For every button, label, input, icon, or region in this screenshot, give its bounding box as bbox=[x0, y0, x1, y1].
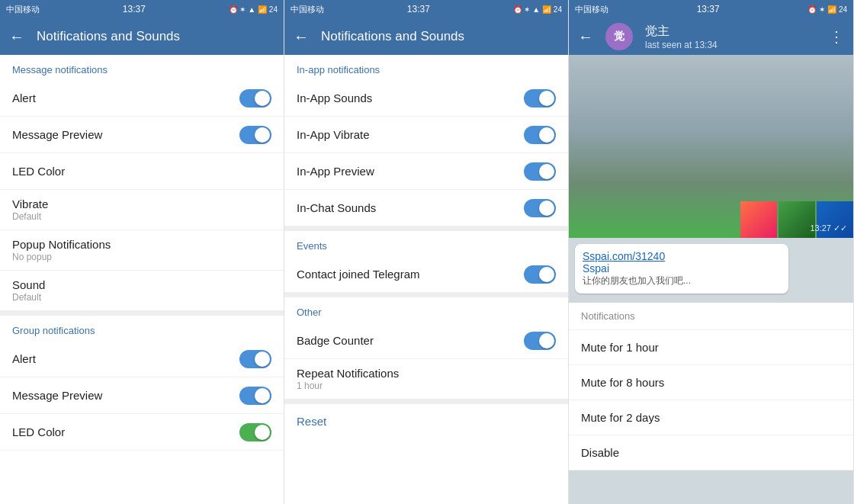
panel-2: 中国移动 13:37 ⏰ ✶ ▲ 📶 24 ← Notifications an… bbox=[284, 0, 569, 504]
repeat-notifications-sublabel: 1 hour bbox=[297, 380, 556, 391]
back-button-2[interactable]: ← bbox=[294, 28, 309, 46]
row-inapp-vibrate: In-App Vibrate bbox=[284, 117, 568, 153]
vibrate-label: Vibrate bbox=[12, 197, 271, 210]
contact-info: 觉主 last seen at 13:34 bbox=[645, 24, 817, 50]
status-bar-3: 中国移动 13:37 ⏰ ✶ 📶 24 bbox=[569, 0, 853, 18]
section-header-other: Other bbox=[284, 297, 568, 323]
toolbar-1: ← Notifications and Sounds bbox=[0, 18, 284, 55]
row-message-preview: Message Preview bbox=[0, 117, 284, 153]
toolbar-title-1: Notifications and Sounds bbox=[37, 29, 180, 44]
mute-8-hours[interactable]: Mute for 8 hours bbox=[569, 365, 853, 400]
toolbar-2: ← Notifications and Sounds bbox=[284, 18, 568, 55]
sound-sublabel: Default bbox=[12, 292, 271, 303]
carrier-1: 中国移动 bbox=[6, 4, 40, 15]
more-button[interactable]: ⋮ bbox=[829, 27, 844, 46]
alert-toggle[interactable] bbox=[239, 89, 271, 108]
led-color-label: LED Color bbox=[12, 165, 271, 178]
row-badge-counter: Badge Counter bbox=[284, 323, 568, 359]
time-3: 13:37 bbox=[697, 4, 720, 14]
row-group-message-preview: Message Preview bbox=[0, 377, 284, 414]
group-led-toggle[interactable] bbox=[239, 423, 271, 441]
contact-status: last seen at 13:34 bbox=[645, 40, 817, 50]
section-header-message: Message notifications bbox=[0, 55, 284, 80]
row-inchat-sounds: In-Chat Sounds bbox=[284, 190, 568, 226]
inapp-preview-label: In-App Preview bbox=[297, 165, 524, 178]
back-button-3[interactable]: ← bbox=[578, 28, 593, 46]
chat-site-name: Sspai bbox=[583, 262, 781, 274]
chat-preview: 让你的朋友也加入我们吧... bbox=[583, 274, 781, 287]
chat-timestamp: 13:27 ✓✓ bbox=[810, 223, 847, 233]
contact-name: 觉主 bbox=[645, 24, 817, 40]
row-vibrate[interactable]: Vibrate Default bbox=[0, 190, 284, 230]
row-repeat-notifications[interactable]: Repeat Notifications 1 hour bbox=[284, 359, 568, 400]
row-inapp-sounds: In-App Sounds bbox=[284, 80, 568, 117]
toolbar-title-2: Notifications and Sounds bbox=[321, 29, 464, 44]
inchat-sounds-label: In-Chat Sounds bbox=[297, 201, 524, 214]
row-group-led: LED Color bbox=[0, 414, 284, 451]
status-icons-3: ⏰ ✶ 📶 24 bbox=[807, 5, 847, 14]
badge-counter-toggle[interactable] bbox=[524, 332, 556, 350]
inchat-sounds-toggle[interactable] bbox=[524, 199, 556, 217]
chat-image: 13:27 ✓✓ bbox=[569, 55, 853, 238]
alert-label: Alert bbox=[12, 91, 239, 104]
carrier-2: 中国移动 bbox=[291, 4, 324, 15]
thumb-1 bbox=[740, 201, 777, 238]
row-popup[interactable]: Popup Notifications No popup bbox=[0, 230, 284, 271]
message-preview-toggle[interactable] bbox=[239, 126, 271, 144]
back-button-1[interactable]: ← bbox=[9, 28, 24, 46]
chat-bubble: Sspai.com/31240 Sspai 让你的朋友也加入我们吧... bbox=[575, 244, 788, 294]
panel2-content: In-app notifications In-App Sounds In-Ap… bbox=[284, 55, 568, 504]
mute-2-days[interactable]: Mute for 2 days bbox=[569, 400, 853, 435]
reset-row[interactable]: Reset bbox=[284, 404, 568, 438]
popup-label: Popup Notifications bbox=[12, 238, 271, 251]
status-bar-1: 中国移动 13:37 ⏰ ✶ ▲ 📶 24 bbox=[0, 0, 284, 18]
panel-1: 中国移动 13:37 ⏰ ✶ ▲ 📶 24 ← Notifications an… bbox=[0, 0, 284, 504]
context-menu-header: Notifications bbox=[569, 303, 853, 330]
panel1-content: Message notifications Alert Message Prev… bbox=[0, 55, 284, 504]
chat-bubble-area: Sspai.com/31240 Sspai 让你的朋友也加入我们吧... bbox=[569, 238, 853, 300]
status-bar-2: 中国移动 13:37 ⏰ ✶ ▲ 📶 24 bbox=[284, 0, 568, 18]
row-led-color[interactable]: LED Color bbox=[0, 153, 284, 190]
group-message-preview-toggle[interactable] bbox=[239, 387, 271, 405]
chat-content: 13:27 ✓✓ Sspai.com/31240 Sspai 让你的朋友也加入我… bbox=[569, 55, 853, 504]
inapp-sounds-toggle[interactable] bbox=[524, 89, 556, 108]
group-led-label: LED Color bbox=[12, 425, 239, 438]
panel-3: 中国移动 13:37 ⏰ ✶ 📶 24 ← 觉 觉主 last seen at … bbox=[569, 0, 854, 504]
row-group-alert: Alert bbox=[0, 341, 284, 377]
section-header-inapp: In-app notifications bbox=[284, 55, 568, 80]
avatar: 觉 bbox=[605, 23, 633, 50]
group-message-preview-label: Message Preview bbox=[12, 389, 239, 402]
popup-sublabel: No popup bbox=[12, 252, 271, 262]
chat-link[interactable]: Sspai.com/31240 bbox=[583, 250, 781, 262]
row-inapp-preview: In-App Preview bbox=[284, 153, 568, 190]
carrier-3: 中国移动 bbox=[575, 4, 608, 15]
sound-label: Sound bbox=[12, 278, 271, 291]
disable-notifications[interactable]: Disable bbox=[569, 435, 853, 470]
badge-counter-label: Badge Counter bbox=[297, 334, 524, 347]
contact-joined-label: Contact joined Telegram bbox=[297, 268, 524, 281]
inapp-vibrate-toggle[interactable] bbox=[524, 126, 556, 144]
row-contact-joined: Contact joined Telegram bbox=[284, 256, 568, 293]
row-alert: Alert bbox=[0, 80, 284, 117]
time-1: 13:37 bbox=[123, 4, 146, 14]
row-sound[interactable]: Sound Default bbox=[0, 271, 284, 311]
section-header-events: Events bbox=[284, 231, 568, 256]
status-icons-1: ⏰ ✶ ▲ 📶 24 bbox=[229, 5, 278, 14]
group-alert-label: Alert bbox=[12, 352, 239, 365]
inapp-preview-toggle[interactable] bbox=[524, 162, 556, 181]
status-icons-2: ⏰ ✶ ▲ 📶 24 bbox=[513, 5, 562, 14]
inapp-sounds-label: In-App Sounds bbox=[297, 91, 524, 104]
context-menu: Notifications Mute for 1 hour Mute for 8… bbox=[569, 303, 853, 470]
group-alert-toggle[interactable] bbox=[239, 350, 271, 368]
message-preview-label: Message Preview bbox=[12, 128, 239, 141]
mute-1-hour[interactable]: Mute for 1 hour bbox=[569, 330, 853, 365]
vibrate-sublabel: Default bbox=[12, 211, 271, 222]
contact-joined-toggle[interactable] bbox=[524, 265, 556, 284]
repeat-notifications-label: Repeat Notifications bbox=[297, 367, 556, 380]
time-2: 13:37 bbox=[407, 4, 430, 14]
toolbar-3: ← 觉 觉主 last seen at 13:34 ⋮ bbox=[569, 18, 853, 55]
inapp-vibrate-label: In-App Vibrate bbox=[297, 128, 524, 141]
section-header-group: Group notifications bbox=[0, 316, 284, 341]
